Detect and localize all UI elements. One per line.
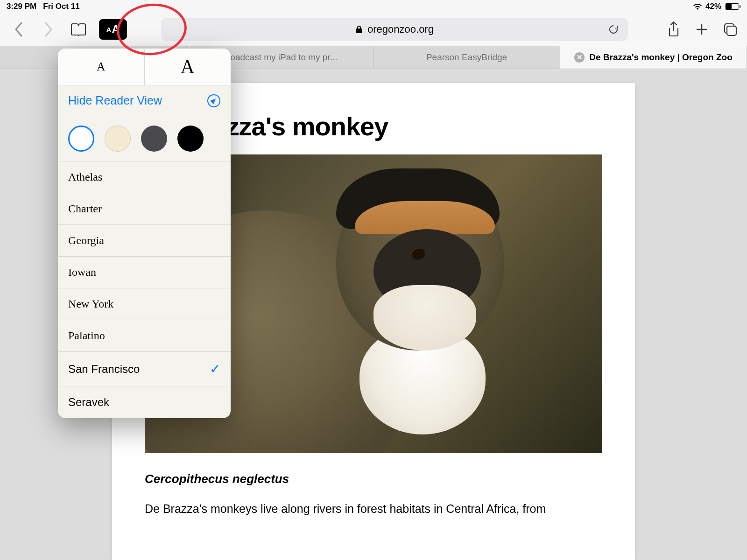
new-tab-button[interactable] bbox=[695, 22, 709, 36]
url-bar[interactable]: oregonzoo.org bbox=[161, 18, 628, 41]
theme-row bbox=[58, 116, 231, 161]
font-athelas[interactable]: Athelas bbox=[58, 161, 231, 193]
theme-sepia[interactable] bbox=[105, 126, 131, 152]
font-label: Athelas bbox=[68, 171, 102, 183]
reader-popover: A A Hide Reader View Athelas Charter Geo… bbox=[58, 49, 231, 418]
close-tab-button[interactable]: ✕ bbox=[574, 52, 585, 63]
forward-button[interactable] bbox=[39, 20, 58, 39]
font-new-york[interactable]: New York bbox=[58, 288, 231, 320]
tab-pearson[interactable]: Pearson EasyBridge bbox=[374, 46, 560, 69]
status-date: Fri Oct 11 bbox=[43, 2, 79, 11]
back-button[interactable] bbox=[9, 20, 28, 39]
font-label: Seravek bbox=[68, 396, 109, 409]
tab-label: broadcast my iPad to my pr... bbox=[222, 52, 337, 63]
check-icon: ✓ bbox=[210, 361, 220, 377]
font-iowan[interactable]: Iowan bbox=[58, 257, 231, 288]
big-a-icon: A bbox=[112, 23, 120, 36]
battery-icon bbox=[724, 3, 740, 10]
font-label: Palatino bbox=[68, 329, 105, 342]
reader-aa-button[interactable]: AA bbox=[99, 19, 127, 40]
status-time: 3:29 PM bbox=[7, 2, 36, 11]
article-body: De Brazza's monkeys live along rivers in… bbox=[145, 500, 602, 518]
tab-label: Pearson EasyBridge bbox=[426, 52, 507, 63]
battery-percent: 42% bbox=[705, 2, 721, 11]
text-size-row: A A bbox=[58, 49, 231, 85]
theme-black[interactable] bbox=[177, 126, 204, 152]
tab-label: De Brazza's monkey | Oregon Zoo bbox=[589, 52, 733, 63]
font-label: San Francisco bbox=[68, 363, 140, 376]
font-label: New York bbox=[68, 298, 113, 310]
theme-white[interactable] bbox=[68, 126, 94, 152]
compass-icon bbox=[207, 94, 220, 107]
font-georgia[interactable]: Georgia bbox=[58, 225, 231, 257]
tabs-overview-button[interactable] bbox=[723, 22, 738, 37]
font-san-francisco[interactable]: San Francisco✓ bbox=[58, 352, 231, 386]
increase-text-size-button[interactable]: A bbox=[145, 49, 231, 85]
url-host: oregonzoo.org bbox=[367, 23, 434, 35]
scientific-name: Cercopithecus neglectus bbox=[145, 472, 602, 486]
status-bar: 3:29 PM Fri Oct 11 42% bbox=[0, 0, 747, 13]
font-label: Charter bbox=[68, 203, 102, 215]
small-a-icon: A bbox=[106, 26, 111, 34]
lock-icon bbox=[355, 25, 363, 34]
font-seravek[interactable]: Seravek bbox=[58, 386, 231, 418]
browser-toolbar: AA oregonzoo.org bbox=[0, 13, 747, 46]
theme-gray[interactable] bbox=[141, 126, 167, 152]
font-palatino[interactable]: Palatino bbox=[58, 320, 231, 352]
font-label: Georgia bbox=[68, 234, 104, 247]
svg-rect-1 bbox=[727, 26, 736, 35]
font-charter[interactable]: Charter bbox=[58, 193, 231, 225]
tab-oregon-zoo[interactable]: ✕ De Brazza's monkey | Oregon Zoo bbox=[560, 46, 747, 69]
decrease-text-size-button[interactable]: A bbox=[58, 49, 145, 85]
reload-button[interactable] bbox=[607, 23, 620, 35]
hide-reader-row[interactable]: Hide Reader View bbox=[58, 85, 231, 116]
wifi-icon bbox=[692, 3, 703, 10]
share-button[interactable] bbox=[667, 21, 681, 38]
font-label: Iowan bbox=[68, 266, 96, 279]
hide-reader-label: Hide Reader View bbox=[68, 94, 162, 107]
bookmarks-button[interactable] bbox=[69, 20, 88, 39]
